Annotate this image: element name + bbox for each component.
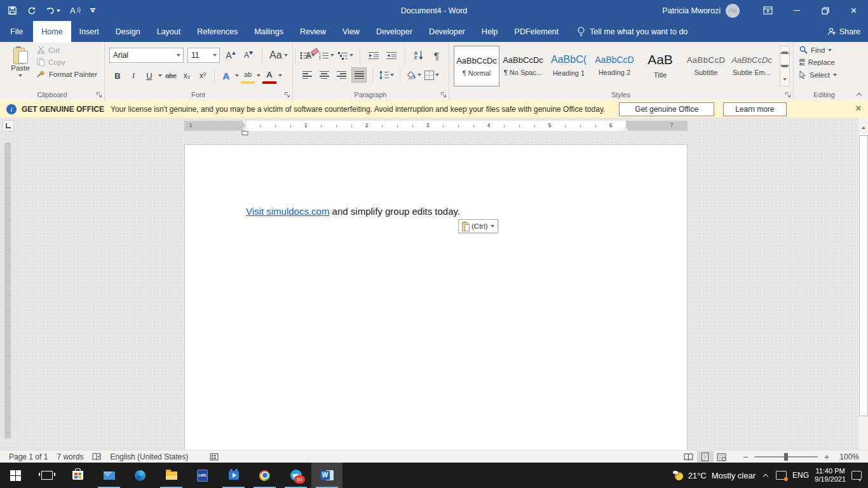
copy-button[interactable]: Copy [37, 58, 97, 66]
message-close-icon[interactable]: ✕ [853, 104, 864, 113]
increase-indent-button[interactable] [384, 48, 398, 62]
align-center-button[interactable] [317, 68, 331, 82]
paste-options-button[interactable]: (Ctrl) [458, 219, 498, 233]
bullets-dropdown-arrow[interactable] [311, 54, 315, 57]
style-subtle-emphasis[interactable]: AaBbCcDc Subtle Em... [729, 46, 774, 85]
styles-scroll-up[interactable] [780, 46, 789, 60]
word-count[interactable]: 7 words [57, 452, 83, 461]
style-no-spacing[interactable]: AaBbCcDc ¶ No Spac... [501, 46, 545, 85]
learn-more-button[interactable]: Learn more [723, 102, 786, 116]
scrollbar-thumb[interactable] [859, 135, 868, 416]
tab-design[interactable]: Design [107, 21, 149, 42]
subscript-button[interactable]: x₂ [180, 69, 194, 83]
document-page[interactable]: Visit simuldocs.com and simplify group e… [184, 144, 688, 451]
document-text-line[interactable]: Visit simuldocs.com and simplify group e… [246, 206, 460, 217]
macro-recording-button[interactable] [210, 453, 219, 461]
align-right-button[interactable] [334, 68, 348, 82]
undo-button[interactable] [46, 6, 60, 15]
proofing-status-button[interactable] [92, 452, 101, 461]
underline-button[interactable]: U [142, 69, 156, 83]
multilevel-list-button[interactable] [338, 48, 353, 62]
undo-dropdown-arrow[interactable] [57, 10, 60, 12]
numbering-dropdown-arrow[interactable] [330, 54, 334, 57]
read-aloud-button[interactable]: A [70, 6, 81, 15]
taskbar-lms-app[interactable]: LMS [187, 463, 218, 488]
tab-file[interactable]: File [0, 21, 33, 42]
styles-scroll-down[interactable] [780, 60, 789, 73]
tab-view[interactable]: View [334, 21, 368, 42]
restore-button[interactable] [811, 0, 839, 21]
change-case-button[interactable]: Aa [269, 48, 288, 62]
select-button[interactable]: Select [799, 71, 837, 79]
underline-dropdown-arrow[interactable] [158, 74, 162, 77]
tab-stop-selector[interactable] [3, 120, 14, 132]
taskbar-telegram[interactable]: 10 [280, 463, 311, 488]
tell-me-box[interactable]: Tell me what you want to do [571, 21, 694, 42]
taskbar-edge[interactable] [125, 463, 156, 488]
borders-button[interactable] [424, 68, 439, 82]
style-subtitle[interactable]: AaBbCcD Subtitle [684, 46, 728, 85]
strikethrough-button[interactable]: abc [164, 69, 178, 83]
tab-developer-2[interactable]: Developer [421, 21, 473, 42]
font-dialog-launcher[interactable] [284, 92, 290, 98]
zoom-thumb[interactable] [784, 453, 788, 461]
show-paragraph-marks-button[interactable]: ¶ [430, 48, 444, 62]
font-color-dropdown-arrow[interactable] [278, 74, 282, 77]
borders-dropdown-arrow[interactable] [435, 74, 439, 76]
taskbar-mail[interactable] [93, 463, 125, 488]
zoom-out-icon[interactable]: − [743, 452, 748, 462]
hyperlink[interactable]: Visit simuldocs.com [246, 206, 329, 217]
italic-button[interactable]: I [126, 69, 140, 83]
page-indicator[interactable]: Page 1 of 1 [9, 452, 48, 461]
paragraph-dialog-launcher[interactable] [440, 92, 447, 98]
style-heading-1[interactable]: AaBbC( Heading 1 [546, 46, 591, 85]
font-size-dropdown-arrow[interactable] [210, 49, 219, 62]
text-effects-button[interactable]: A [219, 69, 233, 83]
format-painter-button[interactable]: Format Painter [37, 70, 97, 78]
highlight-button[interactable]: ab [241, 67, 255, 84]
replace-button[interactable]: ab ac Replace [799, 58, 837, 66]
input-language-indicator[interactable]: ENG [792, 471, 809, 480]
start-button[interactable] [0, 463, 31, 488]
align-left-button[interactable] [300, 68, 314, 82]
get-genuine-office-button[interactable]: Get genuine Office [619, 102, 714, 116]
clipboard-dialog-launcher[interactable] [96, 92, 102, 98]
font-size-combo[interactable]: 11 [187, 48, 220, 63]
indent-markers[interactable] [242, 121, 248, 131]
zoom-slider[interactable]: − + [743, 452, 829, 462]
numbering-button[interactable]: 123 [319, 48, 334, 62]
paste-dropdown-arrow[interactable] [18, 74, 22, 77]
line-spacing-button[interactable] [379, 68, 394, 82]
multilevel-dropdown-arrow[interactable] [349, 54, 353, 57]
tab-review[interactable]: Review [292, 21, 334, 42]
weather-widget[interactable]: 21°C Mostly clear [673, 470, 756, 480]
scroll-up-arrow[interactable] [858, 123, 868, 133]
zoom-in-icon[interactable]: + [824, 452, 829, 462]
sort-button[interactable]: AZ [412, 48, 426, 62]
save-button[interactable] [8, 6, 17, 15]
tab-home[interactable]: Home [33, 21, 71, 42]
shading-dropdown-arrow[interactable] [417, 74, 421, 76]
web-layout-button[interactable] [714, 451, 730, 463]
tab-developer-1[interactable]: Developer [368, 21, 421, 42]
signed-in-user[interactable]: Patricia Mworozi [662, 6, 721, 15]
text-effects-dropdown-arrow[interactable] [235, 74, 239, 77]
tab-layout[interactable]: Layout [149, 21, 189, 42]
ribbon-display-options-button[interactable] [754, 0, 782, 21]
vertical-ruler[interactable] [4, 143, 11, 438]
taskbar-word[interactable]: W [311, 463, 342, 488]
style-title[interactable]: AaB Title [638, 46, 682, 85]
styles-gallery-more[interactable] [780, 72, 789, 86]
font-name-dropdown-arrow[interactable] [173, 49, 183, 62]
taskbar-file-explorer[interactable] [156, 463, 187, 488]
tab-help[interactable]: Help [473, 21, 506, 42]
vertical-scrollbar[interactable] [858, 118, 868, 450]
task-view-button[interactable] [31, 463, 62, 488]
clock[interactable]: 11:40 PM 9/19/2021 [815, 467, 846, 484]
taskbar-movies-tv[interactable] [218, 463, 249, 488]
select-dropdown-arrow[interactable] [833, 74, 837, 76]
read-mode-button[interactable] [681, 451, 697, 463]
zoom-track[interactable] [754, 456, 818, 458]
taskbar-microsoft-store[interactable] [62, 463, 93, 488]
style-normal[interactable]: AaBbCcDc ¶ Normal [454, 46, 499, 86]
